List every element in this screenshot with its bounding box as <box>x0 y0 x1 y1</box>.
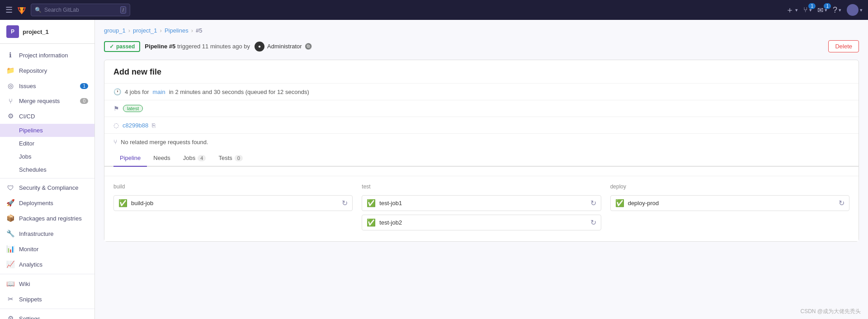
sidebar-item-label: Monitor <box>19 246 38 253</box>
plus-icon: ＋ <box>786 5 794 15</box>
sidebar-item-pipelines[interactable]: Pipelines <box>0 124 94 137</box>
tab-label: Jobs <box>183 155 195 161</box>
create-new-button[interactable]: ＋ ▾ <box>786 5 798 15</box>
settings-icon: ⚙ <box>6 314 14 319</box>
main-layout: P project_1 ℹ Project information 📁 Repo… <box>0 20 868 319</box>
analytics-icon: 📈 <box>6 260 14 268</box>
sidebar-item-label: Wiki <box>19 281 30 287</box>
stage-deploy: deploy ✅ deploy-prod ↻ <box>610 183 849 234</box>
pipeline-title-row: Add new file <box>104 60 859 77</box>
job-retry-button[interactable]: ↻ <box>590 199 596 207</box>
job-item[interactable]: ✅ test-job2 ↻ <box>362 215 601 230</box>
pipeline-title: Add new file <box>113 67 849 77</box>
job-status-icon: ✅ <box>367 199 376 207</box>
search-box[interactable]: 🔍 / <box>31 4 130 16</box>
help-button[interactable]: ? ▾ <box>833 5 841 15</box>
jobs-count: 4 <box>198 155 206 161</box>
infrastructure-icon: 🔧 <box>6 230 14 238</box>
sidebar-item-label: Snippets <box>19 296 42 303</box>
breadcrumb-project[interactable]: project_1 <box>133 27 157 34</box>
copy-icon[interactable]: ⎘ <box>152 122 156 129</box>
clock-icon: 🕐 <box>113 88 121 95</box>
tab-needs[interactable]: Needs <box>147 150 177 167</box>
sidebar-item-issues[interactable]: ◎ Issues 1 <box>0 78 94 94</box>
sidebar-item-snippets[interactable]: ✂ Snippets <box>0 291 94 307</box>
breadcrumb: group_1 › project_1 › Pipelines › #5 <box>104 27 859 34</box>
stage-test: test ✅ test-job1 ↻ ✅ test-job2 ↻ <box>362 183 601 234</box>
breadcrumb-sep: › <box>191 27 193 34</box>
breadcrumb-group[interactable]: group_1 <box>104 27 126 34</box>
job-retry-button[interactable]: ↻ <box>590 218 596 227</box>
info-icon: ℹ <box>6 51 14 59</box>
avatar-icon: ● <box>258 44 261 49</box>
merge-request-icon: ⑂ <box>803 6 808 14</box>
chevron-down-icon: ▾ <box>795 7 798 13</box>
job-retry-button[interactable]: ↻ <box>839 199 844 207</box>
project-name-label: project_1 <box>23 28 49 35</box>
branch-link[interactable]: main <box>152 89 165 95</box>
user-badge-icon: 🔘 <box>305 43 312 50</box>
sidebar-item-infrastructure[interactable]: 🔧 Infrastructure <box>0 226 94 241</box>
stage-build: build ✅ build-job ↻ <box>113 183 353 234</box>
job-status-icon: ✅ <box>367 218 376 227</box>
latest-row: ⚑ latest <box>104 100 859 117</box>
sidebar-item-monitor[interactable]: 📊 Monitor <box>0 241 94 257</box>
hamburger-icon[interactable]: ☰ <box>5 5 13 15</box>
sidebar-nav: ℹ Project information 📁 Repository ◎ Iss… <box>0 44 94 319</box>
tab-tests[interactable]: Tests 0 <box>212 150 249 167</box>
sidebar-item-editor[interactable]: Editor <box>0 137 94 150</box>
tab-pipeline[interactable]: Pipeline <box>113 150 147 167</box>
job-status-icon: ✅ <box>118 199 127 207</box>
deployments-icon: 🚀 <box>6 199 14 207</box>
todos-button[interactable]: ✉ 1 ▾ <box>817 6 827 14</box>
sidebar-item-label: Settings <box>19 315 40 319</box>
avatar <box>847 4 859 16</box>
sidebar-sub-label: Schedules <box>19 166 47 173</box>
sidebar-item-analytics[interactable]: 📈 Analytics <box>0 257 94 272</box>
sidebar-item-wiki[interactable]: 📖 Wiki <box>0 276 94 291</box>
sidebar-item-label: Security & Compliance <box>19 184 79 191</box>
commit-hash-link[interactable]: c8299b88 <box>123 122 148 129</box>
jobs-summary-row: 🕐 4 jobs for main in 2 minutes and 30 se… <box>104 83 859 100</box>
chevron-down-icon: ▾ <box>839 7 841 13</box>
sidebar-item-repository[interactable]: 📁 Repository <box>0 63 94 78</box>
job-name: deploy-prod <box>628 200 835 206</box>
sidebar-item-jobs[interactable]: Jobs <box>0 150 94 163</box>
sidebar-item-project-information[interactable]: ℹ Project information <box>0 47 94 63</box>
stage-header: deploy <box>610 183 849 190</box>
breadcrumb-pipelines[interactable]: Pipelines <box>165 27 189 34</box>
user-menu-button[interactable]: ▾ <box>847 4 863 16</box>
jobs-suffix: in 2 minutes and 30 seconds (queued for … <box>169 89 309 95</box>
sidebar: P project_1 ℹ Project information 📁 Repo… <box>0 20 95 319</box>
sidebar-item-label: Analytics <box>19 261 42 268</box>
merge-requests-button[interactable]: ⑂ 1 ▾ <box>803 6 812 14</box>
pipeline-info-card: Add new file 🕐 4 jobs for main in 2 minu… <box>104 60 859 242</box>
nav-right: ＋ ▾ ⑂ 1 ▾ ✉ 1 ▾ ? ▾ ▾ <box>786 4 863 16</box>
sidebar-item-settings[interactable]: ⚙ Settings <box>0 311 94 319</box>
mr-badge: 0 <box>80 98 88 104</box>
job-item[interactable]: ✅ test-job1 ↻ <box>362 195 601 211</box>
sidebar-item-schedules[interactable]: Schedules <box>0 163 94 176</box>
sidebar-item-security-compliance[interactable]: 🛡 Security & Compliance <box>0 180 94 195</box>
cicd-icon: ⚙ <box>6 112 14 120</box>
tab-label: Pipeline <box>120 155 141 161</box>
job-item[interactable]: ✅ deploy-prod ↻ <box>610 195 849 211</box>
sidebar-item-label: Project information <box>19 52 68 59</box>
delete-button[interactable]: Delete <box>828 40 859 52</box>
project-header[interactable]: P project_1 <box>0 20 94 44</box>
todo-icon: ✉ <box>817 6 823 14</box>
sidebar-item-packages-registries[interactable]: 📦 Packages and registries <box>0 211 94 226</box>
pipeline-header: ✓ passed Pipeline #5 triggered 11 minute… <box>104 40 859 52</box>
sidebar-item-merge-requests[interactable]: ⑂ Merge requests 0 <box>0 94 94 108</box>
sidebar-item-label: Issues <box>19 83 36 89</box>
sidebar-sub-label: Editor <box>19 140 34 147</box>
sidebar-item-label: Merge requests <box>19 98 60 104</box>
stage-header: build <box>113 183 353 190</box>
sidebar-item-deployments[interactable]: 🚀 Deployments <box>0 195 94 211</box>
gitlab-logo[interactable] <box>16 5 27 15</box>
tab-jobs[interactable]: Jobs 4 <box>177 150 212 167</box>
job-item[interactable]: ✅ build-job ↻ <box>113 195 353 211</box>
sidebar-item-cicd[interactable]: ⚙ CI/CD <box>0 108 94 124</box>
job-retry-button[interactable]: ↻ <box>342 199 348 207</box>
search-input[interactable] <box>44 7 118 13</box>
